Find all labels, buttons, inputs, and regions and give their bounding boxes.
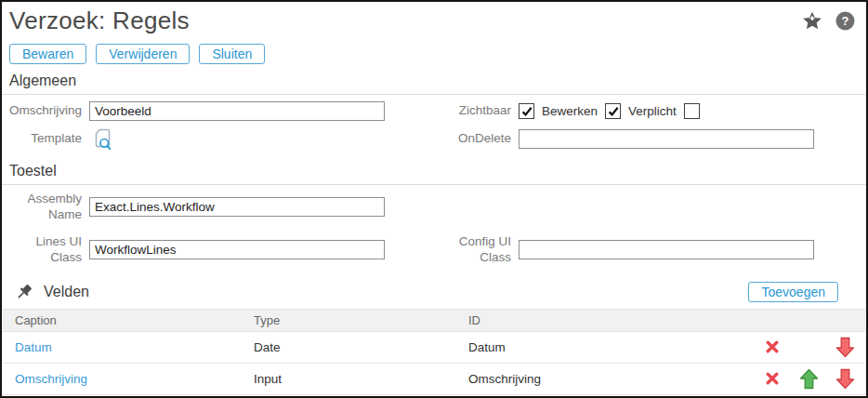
page-title: Verzoek: Regels: [9, 7, 857, 35]
lines-ui-class-label: Lines UI Class: [2, 234, 82, 266]
section-title-velden: Velden: [44, 284, 89, 300]
section-title-algemeen: Algemeen: [2, 64, 866, 95]
move-up-icon[interactable]: [798, 367, 819, 391]
delete-row-icon[interactable]: [762, 336, 783, 359]
column-header-caption: Caption: [2, 313, 254, 327]
field-id: Datum: [468, 340, 762, 354]
bewerken-checkbox[interactable]: [605, 103, 621, 119]
template-label: Template: [2, 131, 82, 147]
section-title-toestel: Toestel: [2, 154, 866, 185]
assembly-name-input[interactable]: [89, 197, 385, 217]
add-button[interactable]: Toevoegen: [748, 282, 838, 302]
field-type: Input: [254, 372, 468, 386]
template-preview-icon[interactable]: [91, 127, 114, 151]
column-header-id: ID: [468, 313, 762, 327]
column-header-type: Type: [254, 313, 468, 327]
svg-text:?: ?: [842, 14, 849, 28]
pin-icon: [15, 283, 33, 301]
toestel-form: Assembly Name Lines UI Class Config UI C…: [2, 185, 866, 270]
header-icons: ?: [802, 11, 855, 31]
zichtbaar-checkbox[interactable]: [519, 103, 534, 119]
config-ui-class-input[interactable]: [519, 240, 814, 259]
bewerken-label: Bewerken: [542, 104, 598, 118]
config-ui-class-label: Config UI Class: [439, 234, 511, 266]
ondelete-label: OnDelete: [439, 131, 511, 147]
move-down-icon[interactable]: [835, 367, 855, 391]
field-type: Date: [254, 340, 468, 354]
algemeen-form: Omschrijving Zichtbaar Bewerken Verplich…: [2, 95, 866, 154]
field-id: Omschrijving: [468, 372, 762, 386]
help-icon[interactable]: ?: [835, 11, 855, 31]
page-header: Verzoek: Regels ?: [2, 2, 866, 35]
table-row: DatumDateDatum: [2, 332, 866, 364]
toolbar: Bewaren Verwijderen Sluiten: [2, 44, 866, 64]
velden-header: Velden Toevoegen: [2, 270, 866, 309]
table-row: Ja/NeeComboBoxJaNee: [2, 395, 866, 398]
save-button[interactable]: Bewaren: [9, 44, 86, 64]
assembly-name-label: Assembly Name: [2, 192, 82, 223]
close-button[interactable]: Sluiten: [199, 44, 265, 64]
delete-button[interactable]: Verwijderen: [96, 44, 190, 64]
ondelete-input[interactable]: [519, 129, 814, 149]
move-up-placeholder: [798, 336, 819, 359]
move-down-icon[interactable]: [835, 336, 855, 359]
visibility-checkbox-group: Bewerken Verplicht: [519, 103, 700, 119]
field-caption-link[interactable]: Datum: [15, 340, 52, 354]
verplicht-label: Verplicht: [628, 104, 677, 118]
field-caption-link[interactable]: Omschrijving: [15, 372, 87, 386]
zichtbaar-label: Zichtbaar: [439, 103, 511, 119]
omschrijving-label: Omschrijving: [2, 103, 82, 119]
delete-row-icon[interactable]: [762, 367, 783, 391]
velden-table-body: DatumDateDatumOmschrijvingInputOmschrijv…: [2, 332, 866, 398]
favorite-star-icon[interactable]: [802, 11, 822, 31]
verplicht-checkbox[interactable]: [684, 103, 700, 119]
omschrijving-input[interactable]: [89, 101, 385, 121]
table-row: OmschrijvingInputOmschrijving: [2, 364, 866, 395]
velden-table-header: Caption Type ID: [2, 309, 866, 332]
lines-ui-class-input[interactable]: [89, 240, 385, 259]
